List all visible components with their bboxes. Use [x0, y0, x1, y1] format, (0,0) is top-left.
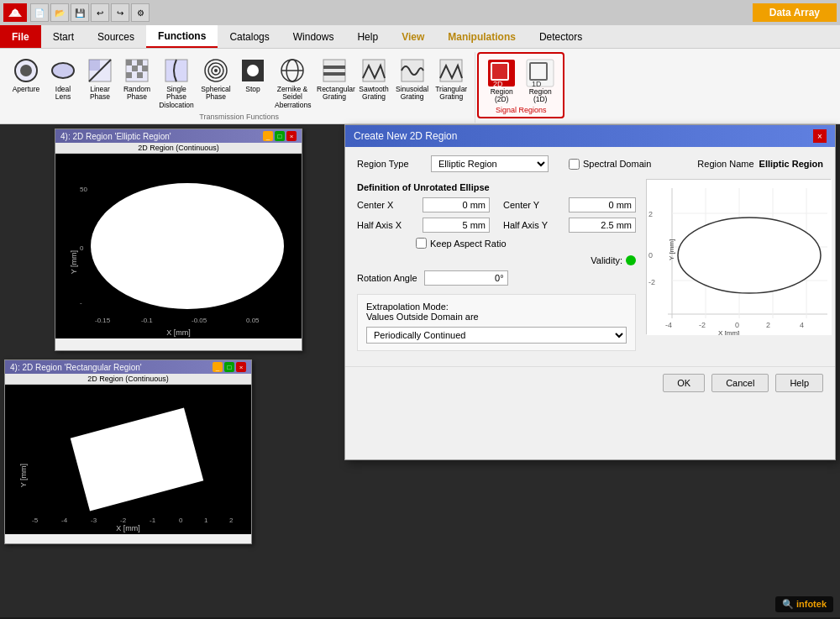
rect-maximize-btn[interactable]: □: [224, 362, 234, 372]
data-array-button[interactable]: Data Array: [753, 3, 837, 22]
svg-point-22: [247, 65, 259, 76]
menu-file[interactable]: File: [0, 25, 41, 48]
ribbon-icons-row: Aperture IdealLens LinearPhase: [8, 54, 470, 111]
undo-icon[interactable]: ↩: [91, 3, 109, 22]
ribbon-btn-ideal-lens[interactable]: IdealLens: [45, 54, 81, 103]
menu-start[interactable]: Start: [41, 25, 86, 48]
spherical-phase-label: SphericalPhase: [201, 86, 230, 102]
ribbon-btn-region2d[interactable]: 2D Region(2D): [483, 56, 520, 106]
close-btn[interactable]: ×: [286, 131, 297, 141]
help-button[interactable]: Help: [775, 374, 823, 392]
region2d-label: Region(2D): [491, 88, 513, 104]
keep-aspect-checkbox[interactable]: [416, 238, 427, 249]
maximize-btn[interactable]: □: [275, 131, 285, 141]
ideal-lens-icon: [48, 55, 78, 86]
single-phase-label: Single PhaseDislocation: [159, 86, 194, 109]
redo-icon[interactable]: ↪: [111, 3, 129, 22]
settings-icon[interactable]: ⚙: [131, 3, 150, 22]
half-axis-y-input[interactable]: [569, 218, 636, 233]
ribbon-btn-random-phase[interactable]: RandomPhase: [119, 54, 155, 103]
svg-text:0: 0: [735, 321, 739, 329]
svg-text:0: 0: [179, 517, 183, 524]
region-name-label: Region Name: [697, 159, 753, 169]
ribbon-btn-linear-phase[interactable]: LinearPhase: [82, 54, 118, 103]
region-name-value: Elliptic Region: [759, 159, 823, 169]
half-axis-x-input[interactable]: [423, 218, 490, 233]
save-icon[interactable]: 💾: [71, 3, 89, 22]
dialog-left-section: Definition of Unrotated Ellipse Center X…: [357, 179, 636, 358]
signal-regions-buttons: 2D Region(2D) 1D Region(1D): [483, 56, 559, 106]
signal-regions-label: Signal Regions: [496, 106, 547, 114]
create-2d-region-dialog[interactable]: Create New 2D Region × Region Type Ellip…: [344, 124, 836, 460]
ribbon-btn-sawtooth[interactable]: SawtoothGrating: [356, 54, 391, 103]
menu-manipulations[interactable]: Manipulations: [436, 25, 528, 48]
extrapolation-label: Extrapolation Mode:Values Outside Domain…: [366, 302, 627, 322]
center-y-input[interactable]: [569, 197, 636, 212]
triangular-label: TriangularGrating: [435, 86, 467, 102]
svg-rect-14: [126, 72, 132, 78]
svg-rect-12: [132, 66, 138, 71]
center-y-label: Center Y: [503, 200, 562, 210]
svg-text:2: 2: [766, 321, 770, 329]
center-xy-row: Center X Center Y: [357, 197, 636, 212]
rect-close-btn[interactable]: ×: [236, 362, 246, 372]
svg-rect-13: [142, 66, 148, 71]
menu-catalogs[interactable]: Catalogs: [218, 25, 281, 48]
cancel-button[interactable]: Cancel: [711, 374, 769, 392]
menu-sources[interactable]: Sources: [86, 25, 146, 48]
extrapolation-section: Extrapolation Mode:Values Outside Domain…: [357, 294, 636, 351]
dialog-main-content: Definition of Unrotated Ellipse Center X…: [357, 179, 823, 358]
ribbon-btn-zernike[interactable]: Zernike & SeidelAberrations: [272, 54, 312, 111]
menu-view[interactable]: View: [390, 25, 436, 48]
svg-point-4: [20, 65, 32, 76]
ribbon-btn-sinusoidal[interactable]: SinusoidalGrating: [393, 54, 431, 103]
ribbon-btn-spherical-phase[interactable]: SphericalPhase: [198, 54, 234, 103]
ribbon-btn-single-phase[interactable]: Single PhaseDislocation: [156, 54, 197, 111]
svg-rect-10: [126, 60, 132, 66]
region-type-row: Region Type Elliptic Region Rectangular …: [357, 155, 823, 172]
svg-text:4: 4: [800, 321, 804, 329]
ribbon-group-transmission: Aperture IdealLens LinearPhase: [3, 52, 475, 123]
spectral-domain-checkbox[interactable]: [569, 159, 580, 170]
extrapolation-select[interactable]: Periodically Continued Zero Padded Const…: [366, 327, 627, 344]
svg-point-20: [214, 69, 218, 72]
svg-text:-5: -5: [32, 517, 39, 524]
svg-text:-4: -4: [61, 517, 68, 524]
ribbon-btn-rect-grating[interactable]: RectangularGrating: [314, 54, 354, 103]
svg-text:50: 50: [80, 186, 87, 193]
window-rectangular[interactable]: 4): 2D Region 'Rectangular Region' _ □ ×…: [4, 359, 252, 544]
minimize-btn[interactable]: _: [263, 131, 273, 141]
app-logo: [3, 3, 27, 22]
infotek-watermark: 🔍 infotek: [775, 596, 833, 612]
svg-text:1: 1: [204, 517, 208, 524]
svg-point-68: [678, 218, 821, 293]
ribbon-btn-aperture[interactable]: Aperture: [8, 54, 44, 95]
dialog-close-button[interactable]: ×: [813, 129, 827, 143]
ribbon-btn-stop[interactable]: Stop: [235, 54, 270, 95]
center-x-input[interactable]: [423, 197, 490, 212]
elliptic-y-label: Y [mm]: [70, 250, 78, 274]
region-type-select[interactable]: Elliptic Region Rectangular Region: [431, 155, 549, 172]
sawtooth-label: SawtoothGrating: [359, 86, 388, 102]
svg-text:0.05: 0.05: [246, 317, 260, 324]
rect-minimize-btn[interactable]: _: [213, 362, 223, 372]
menu-help[interactable]: Help: [345, 25, 390, 48]
validity-label: Validity:: [591, 255, 622, 265]
new-icon[interactable]: 📄: [30, 3, 49, 22]
dialog-title-text: Create New 2D Region: [354, 130, 457, 142]
menu-windows[interactable]: Windows: [281, 25, 346, 48]
ribbon-btn-region1d[interactable]: 1D Region(1D): [522, 56, 559, 106]
ribbon-btn-triangular[interactable]: TriangularGrating: [433, 54, 470, 103]
rectangular-y-label: Y [mm]: [19, 464, 28, 487]
aperture-label: Aperture: [13, 86, 40, 93]
rotation-input[interactable]: [424, 270, 508, 286]
ok-button[interactable]: OK: [663, 374, 705, 392]
open-icon[interactable]: 📂: [50, 3, 69, 22]
window-rectangular-title-text: 4): 2D Region 'Rectangular Region': [10, 363, 142, 372]
window-elliptic[interactable]: 4): 2D Region 'Elliptic Region' _ □ × 2D…: [55, 129, 302, 351]
preview-svg: 2 0 -2 -4 -2 0 2 4 Y [mm] X [mm]: [647, 180, 832, 335]
half-axis-y-label: Half Axis Y: [503, 220, 562, 230]
menu-detectors[interactable]: Detectors: [528, 25, 594, 48]
menu-functions[interactable]: Functions: [146, 25, 218, 48]
rotation-label: Rotation Angle: [357, 273, 417, 283]
